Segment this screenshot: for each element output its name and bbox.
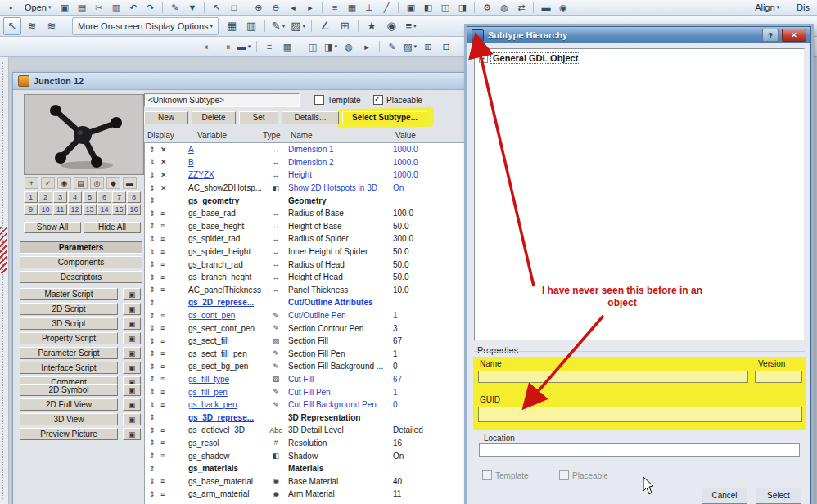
layers-icon[interactable]: ≡ xyxy=(327,1,342,15)
param-value[interactable]: Detailed xyxy=(393,425,465,434)
reorder-handle-icon[interactable]: ⇕ xyxy=(145,324,159,332)
child-param-icon[interactable]: ≡ xyxy=(159,452,188,460)
section-icon[interactable]: ◨ xyxy=(454,1,470,15)
reorder-handle-icon[interactable]: ⇕ xyxy=(145,299,159,307)
reorder-handle-icon[interactable]: ⇕ xyxy=(145,222,159,230)
open-in-window-icon[interactable]: ▣ xyxy=(123,347,141,359)
param-row[interactable]: ⇕≡gs_arm_material◉Arm Material11 xyxy=(145,488,465,501)
view-button-3d-view[interactable]: 3D View xyxy=(20,413,118,425)
child-param-icon[interactable]: ≡ xyxy=(159,477,188,485)
param-variable[interactable]: gs_base_material xyxy=(188,477,264,486)
param-row[interactable]: ⇕✕AC_show2DHotsp...◧Show 2D Hotspots in … xyxy=(145,182,465,195)
pen-set-icon[interactable]: ✎ xyxy=(384,38,400,55)
reorder-handle-icon[interactable]: ⇕ xyxy=(145,388,159,396)
inject-parameters-icon[interactable]: ▼ xyxy=(184,1,200,15)
child-param-icon[interactable]: ≡ xyxy=(159,235,188,243)
param-row[interactable]: ⇕≡gs_fill_pen✎Cut Fill Pen1 xyxy=(145,385,465,398)
reorder-handle-icon[interactable]: ⇕ xyxy=(145,171,159,179)
param-value[interactable]: 50.0 xyxy=(393,272,465,281)
param-row[interactable]: ⇕≡AC_panelThickness↔Panel Thickness10.0 xyxy=(145,284,465,297)
param-variable[interactable]: AC_panelThickness xyxy=(188,286,264,295)
view-button-preview-picture[interactable]: Preview Picture xyxy=(20,428,118,440)
param-value[interactable]: 50.0 xyxy=(393,222,465,231)
reorder-handle-icon[interactable]: ⇕ xyxy=(145,260,159,268)
reorder-handle-icon[interactable]: ⇕ xyxy=(145,465,159,473)
open-in-window-icon[interactable]: ▣ xyxy=(123,332,141,344)
param-page-button-6[interactable]: 6 xyxy=(97,191,111,203)
open-in-window-icon[interactable]: ▣ xyxy=(123,362,141,374)
param-variable[interactable]: gs_shadow xyxy=(188,452,264,461)
child-param-icon[interactable]: ≡ xyxy=(159,324,188,332)
reorder-handle-icon[interactable]: ⇕ xyxy=(145,196,159,205)
param-value[interactable]: 100.0 xyxy=(393,209,465,218)
template-checkbox[interactable]: Template xyxy=(314,95,361,105)
line-weight-icon[interactable]: ≋ xyxy=(43,17,61,35)
param-row[interactable]: ⇕≡gs_branch_heght↔Height of Head50.0 xyxy=(145,271,465,284)
bring-forward-icon[interactable]: ⇥ xyxy=(218,38,234,55)
param-value[interactable]: 1 xyxy=(393,388,465,397)
arrow-tool-icon[interactable]: ↖ xyxy=(209,1,224,15)
favorites-icon[interactable]: ★ xyxy=(363,17,381,35)
child-param-icon[interactable]: ≡ xyxy=(159,388,188,396)
param-variable[interactable]: gs_geometry xyxy=(188,196,264,205)
param-row[interactable]: ⇕✕ZZYZX↔Height1000.0 xyxy=(145,169,465,182)
param-variable[interactable]: A xyxy=(188,145,264,154)
monitor-icon[interactable]: ▤ xyxy=(74,177,88,189)
eye-icon[interactable]: ◎ xyxy=(90,177,104,189)
reorder-handle-icon[interactable]: ⇕ xyxy=(145,337,159,345)
param-value[interactable]: 67 xyxy=(393,336,465,345)
subtype-tree[interactable]: + General GDL Object xyxy=(474,48,805,341)
copy-icon[interactable]: ▥ xyxy=(108,1,124,15)
select-subtype-button[interactable]: Select Subtype... xyxy=(342,111,427,124)
child-param-icon[interactable]: ≡ xyxy=(159,426,188,434)
param-variable[interactable]: gs_cont_pen xyxy=(188,311,264,320)
element-info-icon[interactable]: ◉ xyxy=(382,17,400,35)
show-all-button[interactable]: Show All xyxy=(24,222,81,233)
new-button[interactable]: New xyxy=(144,111,188,124)
param-row[interactable]: ⇕≡gs_base_heght↔Height of Base50.0 xyxy=(145,220,465,233)
param-variable[interactable]: gs_back_pen xyxy=(188,400,264,409)
delete-param-icon[interactable]: ✕ xyxy=(159,184,188,192)
param-value[interactable]: 0 xyxy=(393,400,465,409)
zoom-in-icon[interactable]: ⊕ xyxy=(251,1,266,15)
param-page-button-12[interactable]: 12 xyxy=(68,204,82,215)
placeable-checkbox-box[interactable] xyxy=(373,95,383,105)
child-param-icon[interactable]: ≡ xyxy=(159,490,188,498)
app-menu-icon[interactable]: ▪ xyxy=(3,1,19,15)
child-param-icon[interactable]: ≡ xyxy=(159,401,188,409)
param-variable[interactable]: gs_2D_represe... xyxy=(188,298,264,307)
param-value[interactable]: 0 xyxy=(393,362,465,371)
child-param-icon[interactable]: ≡ xyxy=(159,362,188,371)
open-in-window-icon[interactable]: ▣ xyxy=(123,384,141,396)
param-variable[interactable]: gs_base_heght xyxy=(188,222,264,231)
3d-window-icon[interactable]: ◫ xyxy=(437,1,453,15)
fill-type-icon[interactable]: ▨▾ xyxy=(289,17,307,35)
delete-param-icon[interactable]: ✕ xyxy=(159,158,188,166)
cut-icon[interactable]: ✂ xyxy=(91,1,106,15)
param-variable[interactable]: AC_show2DHotsp... xyxy=(188,183,264,192)
param-page-button-1[interactable]: 1 xyxy=(24,191,38,203)
cancel-button[interactable]: Cancel xyxy=(702,488,747,504)
param-value[interactable]: 1 xyxy=(393,349,465,358)
param-value[interactable]: 50.0 xyxy=(393,247,465,256)
param-row[interactable]: ⇕≡gs_detlevel_3DAbc3D Detail LevelDetail… xyxy=(145,424,465,437)
child-param-icon[interactable]: ≡ xyxy=(159,273,188,281)
script-button-3d-script[interactable]: 3D Script xyxy=(20,317,118,330)
param-page-button-11[interactable]: 11 xyxy=(53,204,67,215)
reorder-handle-icon[interactable]: ⇕ xyxy=(145,235,159,243)
dialog-template-checkbox-box[interactable] xyxy=(482,470,492,480)
publish-icon[interactable]: ⇄ xyxy=(513,1,529,15)
script-button-property-script[interactable]: Property Script xyxy=(20,332,118,344)
tree-expander-icon[interactable]: + xyxy=(479,54,488,63)
param-page-button-16[interactable]: 16 xyxy=(127,204,141,215)
param-variable[interactable]: gs_detlevel_3D xyxy=(188,425,264,434)
play-icon[interactable]: ▸ xyxy=(359,38,375,55)
pin-icon[interactable]: ◆ xyxy=(106,177,120,189)
schedule-icon[interactable]: ▬ xyxy=(538,1,553,15)
close-button[interactable]: ✕ xyxy=(782,29,806,42)
delete-param-icon[interactable]: ✕ xyxy=(159,146,188,154)
param-variable[interactable]: ZZYZX xyxy=(188,170,264,179)
reorder-handle-icon[interactable]: ⇕ xyxy=(145,362,159,371)
param-variable[interactable]: gs_resol xyxy=(188,439,264,448)
background-grid-icon[interactable]: ▥ xyxy=(242,17,260,35)
